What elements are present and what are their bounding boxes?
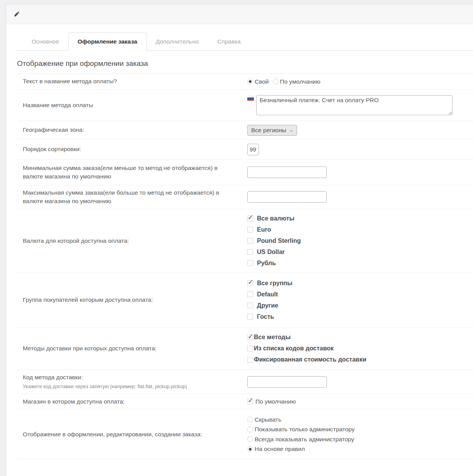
field-help-text: Укажите код доставки через запятую (напр… [23, 383, 236, 390]
sort-order-input[interactable] [247, 144, 259, 155]
field-label: Отображение в оформлении, редактировании… [17, 427, 247, 442]
checkbox-label: Из списка кодов доставок [254, 345, 334, 352]
field-label: Текст в название метода оплаты? [17, 74, 247, 89]
tab-general[interactable]: Основное [22, 32, 68, 51]
row-currencies: Валюта для которой доступна оплата: Все … [17, 209, 473, 273]
row-shipping-methods: Методы доставки при которых доступна опл… [17, 328, 473, 370]
checkbox-euro[interactable] [247, 227, 253, 232]
radio-custom-text-label: Свой [255, 78, 269, 85]
radio-rule-based[interactable] [247, 446, 253, 452]
field-label: Географическая зона: [17, 123, 247, 137]
checkbox-label: Другие [257, 302, 278, 309]
radio-hide[interactable] [247, 417, 253, 422]
field-label: Название метода оплаты [17, 98, 247, 113]
max-total-input[interactable] [247, 191, 327, 203]
field-label: Магазин в котором доступна оплата: [17, 394, 247, 409]
checkbox-label: По умолчанию [255, 398, 296, 405]
checkbox-shipping-code-list[interactable] [247, 346, 253, 352]
checkbox-all-groups[interactable] [247, 280, 253, 286]
checkbox-pound-sterling[interactable] [247, 238, 253, 244]
pencil-icon [14, 11, 20, 17]
checkbox-label: Все валюты [257, 215, 294, 222]
shipping-code-input[interactable] [247, 376, 327, 388]
checkbox-label: Pound Sterling [257, 237, 301, 244]
row-name-text: Текст в название метода оплаты? Свой По … [17, 74, 473, 90]
radio-label: Скрывать [255, 416, 281, 423]
field-label: Группа покупателей которым доступна опла… [17, 293, 247, 307]
method-name-input[interactable]: Безналичный платеж. Счет на оплату PRO [256, 95, 453, 115]
checkbox-label: Гость [257, 313, 274, 320]
tab-checkout[interactable]: Оформление заказа [68, 32, 147, 51]
row-sort-order: Порядок сортировки: [17, 140, 473, 160]
tab-help[interactable]: Справка [208, 32, 250, 51]
radio-show-admin-only[interactable] [247, 427, 253, 432]
checkbox-label: US Dollar [257, 249, 285, 256]
tab-additional[interactable]: Дополнительно [147, 32, 208, 51]
field-label: Порядок сортировки: [17, 142, 247, 156]
radio-label: Всегда показывать администратору [255, 436, 354, 443]
checkbox-us-dollar[interactable] [247, 249, 253, 255]
russia-flag-icon [247, 96, 254, 101]
checkbox-store-default[interactable] [247, 399, 253, 404]
row-max-total: Максимальная сумма заказа(ели больше то … [17, 185, 473, 209]
panel-heading [6, 4, 473, 24]
radio-custom-text[interactable] [247, 79, 253, 84]
checkbox-guest-group[interactable] [247, 314, 253, 320]
radio-label: Показывать только администратору [255, 426, 355, 433]
row-geo-zone: Географическая зона: Все регионы ⌄ [17, 121, 473, 140]
field-label: Код метода доставки: [23, 373, 236, 382]
radio-default-text[interactable] [273, 79, 279, 84]
field-label: Максимальная сумма заказа(ели больше то … [17, 185, 247, 209]
checkbox-label: Все методы [254, 334, 291, 341]
chevron-down-icon: ⌄ [289, 128, 294, 133]
checkbox-fixed-shipping-cost[interactable] [247, 357, 253, 363]
tab-bar: Основное Оформление заказа Дополнительно… [17, 32, 473, 51]
settings-panel: Основное Оформление заказа Дополнительно… [6, 4, 473, 476]
geo-zone-selected-value: Все регионы [251, 127, 286, 134]
field-label: Валюта для которой доступна оплата: [17, 234, 247, 248]
radio-default-text-label: По умолчанию [280, 78, 321, 85]
row-customer-groups: Группа покупателей которым доступна опла… [17, 273, 473, 328]
checkbox-label: Все группы [257, 280, 292, 287]
geo-zone-select[interactable]: Все регионы ⌄ [247, 125, 297, 136]
checkbox-all-currencies[interactable] [247, 215, 253, 221]
field-label: Минимальная сумма заказа(ели меньше то м… [17, 161, 247, 184]
checkbox-all-methods[interactable] [247, 335, 253, 340]
checkbox-label: Рубль [257, 260, 276, 267]
field-label: Методы доставки при которых доступна опл… [17, 341, 247, 356]
checkbox-ruble[interactable] [247, 260, 253, 266]
section-title: Отображение при оформлении заказа [17, 51, 473, 74]
checkbox-other-group[interactable] [247, 303, 253, 308]
checkbox-label: Default [257, 291, 278, 298]
checkbox-label: Фиксированная стоимость доставки [254, 356, 366, 363]
checkbox-label: Euro [257, 226, 271, 233]
checkbox-default-group[interactable] [247, 291, 253, 297]
row-store: Магазин в котором доступна оплата: По ум… [17, 394, 473, 409]
min-total-input[interactable] [247, 167, 327, 178]
row-min-total: Минимальная сумма заказа(ели меньше то м… [17, 160, 473, 185]
radio-always-show-admin[interactable] [247, 436, 253, 442]
row-shipping-code: Код метода доставки: Укажите код доставк… [17, 370, 473, 394]
row-display-mode: Отображение в оформлении, редактировании… [17, 409, 473, 459]
radio-label: На основе правил [255, 446, 305, 452]
row-method-name: Название метода оплаты Безналичный плате… [17, 90, 473, 121]
